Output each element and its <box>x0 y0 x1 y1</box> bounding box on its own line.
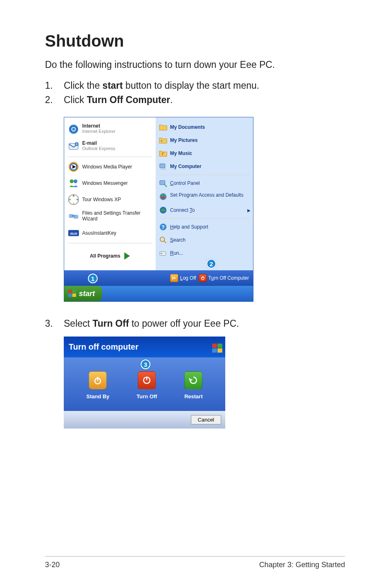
start-item-search[interactable]: Search <box>158 233 251 247</box>
standby-option[interactable]: Stand By <box>86 371 109 399</box>
connect-label: Connect To <box>170 207 195 213</box>
svg-rect-16 <box>74 215 78 218</box>
step-2-post: . <box>170 94 173 105</box>
start-item-mypics[interactable]: My Pictures <box>158 134 251 147</box>
cancel-button[interactable]: Cancel <box>191 415 221 424</box>
dialog-footer: Cancel <box>64 411 225 429</box>
start-item-connect[interactable]: Connect To ▶ <box>158 204 251 217</box>
page-footer: 3-20 Chapter 3: Getting Started <box>45 556 345 569</box>
step-2-pre: Click <box>64 94 87 105</box>
start-item-mymusic[interactable]: My Music <box>158 147 251 160</box>
start-item-mycomp[interactable]: My Computer <box>158 160 251 173</box>
start-menu-screenshot: InternetInternet Explorer E-mailOutlook … <box>64 117 253 302</box>
computer-icon <box>159 162 168 171</box>
internet-sub: Internet Explorer <box>82 129 115 134</box>
mydocs-label: My Documents <box>170 124 205 130</box>
start-item-internet[interactable]: InternetInternet Explorer <box>67 121 153 138</box>
turnoff-option[interactable]: Turn Off <box>137 371 157 399</box>
svg-rect-33 <box>68 294 72 297</box>
turnoff-dialog-screenshot: Turn off computer Stand By Turn Off <box>64 337 225 429</box>
folder-music-icon <box>159 149 168 158</box>
start-item-wmp[interactable]: Windows Media Player <box>67 159 153 175</box>
start-item-email[interactable]: E-mailOutlook Express <box>67 138 153 155</box>
step-3-pre: Select <box>64 318 92 329</box>
wmp-icon <box>67 161 80 173</box>
restart-option[interactable]: Restart <box>184 371 203 399</box>
svg-rect-13 <box>77 199 78 200</box>
step-1-bold: start <box>103 80 123 91</box>
svg-rect-14 <box>73 203 74 204</box>
svg-point-19 <box>161 140 163 142</box>
start-label: start <box>79 290 95 298</box>
run-label: Run... <box>170 250 183 256</box>
step-3-num: 3. <box>45 318 64 329</box>
folder-pictures-icon <box>159 136 168 145</box>
step-3: 3. Select Turn Off to power off your Eee… <box>45 318 345 329</box>
mypics-label: My Pictures <box>170 137 197 143</box>
svg-rect-38 <box>217 348 222 352</box>
all-programs[interactable]: All Programs <box>67 245 153 265</box>
start-item-run[interactable]: Run... <box>158 247 251 260</box>
windows-flag-icon <box>212 343 220 351</box>
start-menu-left-pane: InternetInternet Explorer E-mailOutlook … <box>64 117 156 270</box>
logoff-label: Log Off <box>180 275 196 281</box>
start-item-asus[interactable]: /SUS AsusInstantKey <box>67 225 153 241</box>
start-item-tour[interactable]: Tour Windows XP <box>67 191 153 208</box>
search-icon <box>159 236 168 245</box>
connect-icon <box>159 206 168 215</box>
step-1: 1. Click the start button to display the… <box>45 80 345 91</box>
mycomp-label: My Computer <box>170 164 202 169</box>
separator <box>159 175 251 175</box>
email-title: E-mail <box>82 140 115 146</box>
fst-label: Files and Settings Transfer Wizard <box>82 210 152 222</box>
footer-page-number: 3-20 <box>45 561 60 569</box>
svg-text:?: ? <box>161 224 165 230</box>
restart-icon <box>184 371 202 389</box>
start-item-mydocs[interactable]: My Documents <box>158 121 251 134</box>
restart-label: Restart <box>184 393 203 399</box>
callout-1: 1 <box>88 274 98 283</box>
svg-rect-36 <box>217 343 222 348</box>
cpanel-label: Control Panel <box>170 180 200 186</box>
messenger-icon <box>67 177 80 189</box>
step-2-bold: Turn Off Computer <box>87 94 170 105</box>
logoff-icon <box>170 274 178 282</box>
start-button[interactable]: start <box>64 286 102 301</box>
search-label: Search <box>170 237 186 243</box>
intro-text: Do the following instructions to turn do… <box>45 59 345 70</box>
standby-label: Stand By <box>86 393 109 399</box>
callout-2: 2 <box>206 259 216 269</box>
logoff-button[interactable]: Log Off <box>170 274 196 282</box>
run-icon <box>159 249 168 258</box>
start-item-spad[interactable]: Set Program Access and Defaults <box>158 190 251 204</box>
step-1-post: button to display the start menu. <box>123 80 259 91</box>
step-3-post: to power off your Eee PC. <box>129 318 239 329</box>
arrow-right-icon: ▶ <box>247 208 251 213</box>
email-sub: Outlook Express <box>82 146 115 151</box>
dialog-title: Turn off computer <box>69 342 139 352</box>
separator <box>67 157 152 157</box>
step-2: 2. Click Turn Off Computer. <box>45 94 345 105</box>
svg-rect-21 <box>161 169 166 170</box>
help-label: Help and Support <box>170 224 208 230</box>
ie-icon <box>67 123 80 135</box>
tour-label: Tour Windows XP <box>82 197 121 202</box>
turnoff-label: Turn Off Computer <box>208 275 249 281</box>
control-panel-icon <box>159 179 168 188</box>
all-programs-label: All Programs <box>90 253 121 259</box>
start-item-fst[interactable]: Files and Settings Transfer Wizard <box>67 208 153 225</box>
svg-rect-20 <box>160 164 165 168</box>
start-item-messenger[interactable]: Windows Messenger <box>67 175 153 191</box>
footer-chapter: Chapter 3: Getting Started <box>259 561 345 569</box>
help-icon: ? <box>159 222 168 231</box>
start-item-help[interactable]: ? Help and Support <box>158 220 251 233</box>
turnoff-icon <box>138 371 156 389</box>
turnoff-button[interactable]: Turn Off Computer <box>199 274 249 282</box>
svg-rect-12 <box>69 199 71 200</box>
turnoff-option-label: Turn Off <box>137 393 157 399</box>
start-menu-right-pane: My Documents My Pictures My Music My Com… <box>156 117 253 270</box>
callout-3: 3 <box>141 359 150 369</box>
power-icon <box>199 274 207 282</box>
start-item-cpanel[interactable]: Control Panel <box>158 177 251 190</box>
taskbar: start <box>64 286 253 301</box>
